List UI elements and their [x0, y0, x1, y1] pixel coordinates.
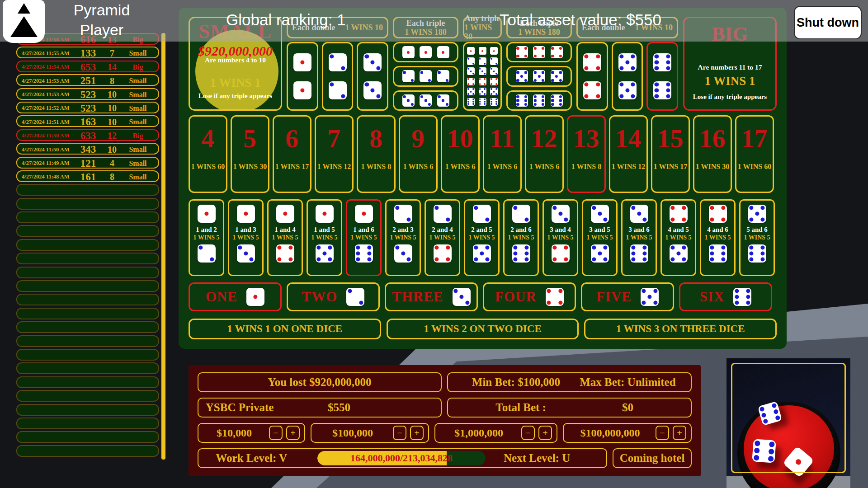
increase-bet-button[interactable]: +	[410, 426, 424, 440]
bet-pair-5-6[interactable]: 5 and 61 WINS 5	[739, 199, 775, 276]
pair-payout: 1 WINS 5	[350, 234, 377, 241]
decrease-bet-button[interactable]: −	[393, 426, 406, 440]
bet-single-three[interactable]: THREE	[385, 282, 478, 311]
die-1	[198, 205, 216, 223]
die-3	[490, 67, 498, 75]
die-4	[533, 46, 545, 58]
number-payout: 1 WINS 17	[275, 163, 309, 171]
pair-payout: 1 WINS 5	[193, 234, 219, 241]
bet-number-6[interactable]: 61 WINS 17	[273, 115, 311, 193]
die-4	[516, 46, 528, 58]
die-2	[420, 70, 432, 82]
increase-bet-button[interactable]: +	[673, 426, 686, 440]
decrease-bet-button[interactable]: −	[656, 426, 669, 440]
bet-number-5[interactable]: 51 WINS 30	[231, 115, 269, 193]
rolled-die-6	[752, 439, 776, 463]
bet-limits-box: Min Bet: $100,000 Max Bet: Unlimited	[447, 372, 692, 392]
die-2	[329, 53, 347, 71]
increase-bet-button[interactable]: +	[286, 426, 300, 440]
bet-pair-1-4[interactable]: 1 and 41 WINS 5	[267, 199, 303, 276]
number-value: 11	[490, 126, 515, 152]
bet-number-16[interactable]: 161 WINS 30	[693, 115, 732, 193]
bet-pair-3-5[interactable]: 3 and 51 WINS 5	[582, 199, 618, 276]
bet-denomination-3[interactable]: $1,000,000−+	[434, 423, 557, 443]
pair-payout: 1 WINS 5	[390, 234, 416, 241]
bet-triple-1[interactable]	[393, 42, 458, 62]
bet-triple-3[interactable]	[393, 90, 458, 111]
big-payout: 1 WINS 1	[684, 74, 775, 88]
coming-hotel-button[interactable]: Coming hotel	[613, 448, 692, 468]
bet-pair-1-5[interactable]: 1 and 51 WINS 5	[307, 199, 342, 276]
bet-pair-1-2[interactable]: 1 and 21 WINS 5	[189, 199, 224, 276]
die-5	[516, 70, 528, 82]
bet-pair-1-3[interactable]: 1 and 31 WINS 5	[228, 199, 264, 276]
number-payout: 1 WINS 6	[529, 163, 559, 171]
bet-single-one[interactable]: ONE	[189, 282, 282, 311]
history-row-empty	[16, 362, 159, 374]
bet-number-7[interactable]: 71 WINS 12	[315, 115, 354, 193]
bet-single-five[interactable]: FIVE	[581, 282, 674, 311]
bet-double-5[interactable]	[612, 42, 643, 111]
bet-double-1[interactable]	[287, 42, 318, 111]
bet-number-10[interactable]: 101 WINS 6	[441, 115, 480, 193]
bet-pair-3-6[interactable]: 3 and 61 WINS 5	[621, 199, 657, 276]
history-total: 8	[102, 76, 122, 86]
bet-pair-2-5[interactable]: 2 and 51 WINS 5	[464, 199, 500, 276]
decrease-bet-button[interactable]: −	[521, 426, 535, 440]
bet-triple-2[interactable]	[393, 66, 458, 86]
bet-single-two[interactable]: TWO	[287, 282, 380, 311]
bet-triple-4[interactable]	[506, 42, 572, 62]
die-1	[479, 47, 486, 55]
bet-double-6[interactable]	[646, 42, 678, 111]
bet-any-triple[interactable]	[463, 42, 502, 111]
bet-number-9[interactable]: 91 WINS 6	[399, 115, 438, 193]
bet-pair-1-6[interactable]: 1 and 61 WINS 5	[346, 199, 382, 276]
history-scrollbar[interactable]	[161, 33, 165, 460]
bet-pair-4-5[interactable]: 4 and 51 WINS 5	[660, 199, 696, 276]
decrease-bet-button[interactable]: −	[269, 426, 283, 440]
die-3	[363, 53, 382, 71]
increase-bet-button[interactable]: +	[538, 426, 552, 440]
bet-pair-3-4[interactable]: 3 and 41 WINS 5	[542, 199, 578, 276]
history-row: 4/27/2024 11:51 AM16310Small	[16, 115, 159, 127]
die-1	[467, 47, 475, 55]
any-triple-row-6	[467, 98, 498, 106]
history-size: Small	[122, 160, 154, 168]
bet-number-12[interactable]: 121 WINS 6	[525, 115, 564, 193]
bet-number-15[interactable]: 151 WINS 17	[651, 115, 690, 193]
bet-pair-2-6[interactable]: 2 and 61 WINS 5	[503, 199, 539, 276]
number-value: 10	[447, 126, 473, 152]
bet-number-13[interactable]: 131 WINS 8	[567, 115, 606, 193]
bet-number-14[interactable]: 141 WINS 12	[609, 115, 648, 193]
bet-number-17[interactable]: 171 WINS 60	[735, 115, 774, 193]
pair-payout: 1 WINS 5	[547, 234, 573, 241]
die-1	[246, 288, 264, 306]
history-row-empty	[16, 280, 159, 292]
die-5	[316, 244, 334, 263]
bet-double-3[interactable]	[357, 42, 388, 111]
bet-denomination-2[interactable]: $100,000−+	[311, 423, 429, 443]
die-3	[420, 94, 432, 107]
bet-triple-5[interactable]	[506, 66, 572, 86]
bet-double-2[interactable]	[322, 42, 354, 111]
bet-number-11[interactable]: 111 WINS 6	[483, 115, 522, 193]
die-3	[479, 67, 486, 75]
bet-denomination-4[interactable]: $100,000,000−+	[563, 423, 692, 443]
bet-pair-2-3[interactable]: 2 and 31 WINS 5	[385, 199, 421, 276]
pair-label: 1 and 6	[353, 226, 374, 234]
bet-single-four[interactable]: FOUR	[483, 282, 576, 311]
bet-pair-2-4[interactable]: 2 and 41 WINS 5	[425, 199, 460, 276]
single-word: SIX	[700, 289, 725, 305]
bet-number-4[interactable]: 41 WINS 60	[189, 115, 227, 193]
bet-pair-4-6[interactable]: 4 and 61 WINS 5	[700, 199, 736, 276]
bet-denomination-1[interactable]: $10,000−+	[198, 423, 305, 443]
history-size: Small	[122, 145, 154, 154]
die-6	[467, 98, 475, 106]
bet-triple-6[interactable]	[506, 90, 572, 111]
bet-double-4[interactable]	[576, 42, 608, 111]
shutdown-button[interactable]: Shut down	[794, 6, 862, 39]
bet-single-six[interactable]: SIX	[679, 282, 772, 311]
bet-number-8[interactable]: 81 WINS 8	[357, 115, 396, 193]
die-5	[479, 88, 486, 95]
history-dice: 633	[74, 130, 102, 142]
